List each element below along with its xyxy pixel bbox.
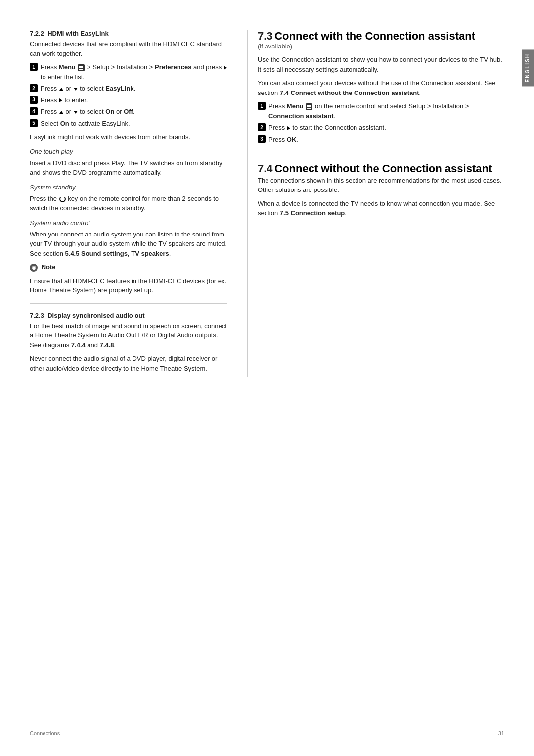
divider-1 [30, 303, 227, 304]
right-column: 7.3 Connect with the Connection assistan… [247, 30, 504, 377]
note-icon: ◉ [30, 264, 38, 272]
section-723-text1: For the best match of image and sound in… [30, 321, 227, 350]
section-722-intro: Connected devices that are compliant wit… [30, 39, 227, 58]
section-73-para2: You can also connect your devices withou… [258, 78, 504, 97]
section-73-number: 7.3 [258, 30, 273, 42]
menu-label: Menu [59, 63, 76, 71]
step-list-722: 1 Press Menu > Setup > Installation > Pr… [30, 62, 227, 128]
power-icon [59, 196, 66, 202]
ok-label: OK [287, 136, 297, 143]
arrow-right-2-icon [59, 98, 62, 102]
one-touch-play: One touch play Insert a DVD disc and pre… [30, 148, 227, 178]
step-list-73: 1 Press Menu on the remote control and s… [258, 101, 504, 144]
english-tab: ENGLISH [522, 49, 534, 86]
step-3-content: Press to enter. [41, 95, 227, 105]
arrow-down-icon [74, 88, 78, 91]
step-3: 3 Press to enter. [30, 95, 227, 105]
arrow-up-icon [59, 88, 63, 91]
section-723: 7.2.3 Display synchronised audio out For… [30, 312, 227, 374]
connection-assistant-label: Connection assistant [268, 112, 333, 120]
step-4-content: Press or to select On or Off. [41, 107, 227, 117]
step-number-1: 1 [30, 63, 38, 71]
divider-2 [258, 154, 504, 154]
section-73-header: 7.3 Connect with the Connection assistan… [258, 30, 504, 43]
on-label-2: On [60, 120, 69, 127]
diagram-744: 7.4.4 [71, 341, 86, 349]
step-73-number-1: 1 [258, 102, 266, 110]
sound-settings-ref: 5.4.5 Sound settings, TV speakers [65, 250, 169, 257]
step-73-2-content: Press to start the Connection assistant. [268, 123, 504, 133]
note-text: Ensure that all HDMI-CEC features in the… [30, 276, 227, 295]
section-723-text2: Never connect the audio signal of a DVD … [30, 354, 227, 373]
system-audio-control: System audio control When you connect an… [30, 219, 227, 259]
step-2-content: Press or to select EasyLink. [41, 84, 227, 94]
one-touch-play-text: Insert a DVD disc and press Play. The TV… [30, 158, 227, 178]
section-75-ref: 7.5 Connection setup [280, 209, 345, 217]
footer: Connections 31 [30, 730, 504, 736]
system-standby: System standby Press the key on the remo… [30, 184, 227, 213]
arrow-right-73-icon [287, 126, 290, 130]
step-number-5: 5 [30, 119, 38, 127]
menu-icon-73 [306, 103, 312, 110]
arrow-up-2-icon [59, 111, 63, 114]
section-74-para2: When a device is connected the TV needs … [258, 199, 504, 218]
left-column: 7.2.2 HDMI with EasyLink Connected devic… [30, 30, 247, 377]
on-label: On [105, 108, 114, 115]
section-73-subtitle: (if available) [258, 43, 504, 50]
section-74-number: 7.4 [258, 162, 273, 175]
menu-icon [78, 64, 85, 71]
step-number-3: 3 [30, 96, 38, 104]
page-container: ENGLISH 7.2.2 HDMI with EasyLink Connect… [0, 0, 534, 756]
content-area: 7.2.2 HDMI with EasyLink Connected devic… [30, 30, 504, 377]
section-73: 7.3 Connect with the Connection assistan… [258, 30, 504, 144]
note-header: ◉ Note [30, 262, 227, 272]
step-73-3: 3 Press OK. [258, 135, 504, 144]
system-audio-label: System audio control [30, 219, 227, 227]
step-1: 1 Press Menu > Setup > Installation > Pr… [30, 62, 227, 82]
section-73-title: Connect with the Connection assistant [274, 30, 475, 42]
section-74-header: 7.4 Connect without the Connection assis… [258, 162, 504, 175]
step-2: 2 Press or to select EasyLink. [30, 84, 227, 94]
system-standby-text: Press the key on the remote control for … [30, 194, 227, 213]
step-5: 5 Select On to activate EasyLink. [30, 119, 227, 129]
menu-label-73: Menu [287, 102, 304, 110]
section-722-title: 7.2.2 HDMI with EasyLink [30, 30, 227, 37]
preferences-label: Preferences [155, 63, 191, 71]
section-723-title: 7.2.3 Display synchronised audio out [30, 312, 227, 319]
system-standby-label: System standby [30, 184, 227, 191]
step-73-1-content: Press Menu on the remote control and sel… [268, 101, 504, 121]
step-73-2: 2 Press to start the Connection assistan… [258, 123, 504, 133]
one-touch-play-label: One touch play [30, 148, 227, 155]
step-number-2: 2 [30, 84, 38, 92]
section-73-para1: Use the Connection assistant to show you… [258, 55, 504, 74]
step-73-number-2: 2 [258, 123, 266, 131]
note-section: ◉ Note Ensure that all HDMI-CEC features… [30, 262, 227, 295]
system-audio-text: When you connect an audio system you can… [30, 230, 227, 259]
easylink-label: EasyLink [105, 85, 134, 92]
step-4: 4 Press or to select On or Off. [30, 107, 227, 117]
arrow-right-icon [224, 66, 227, 70]
page-number: 31 [498, 730, 504, 736]
section-722: 7.2.2 HDMI with EasyLink Connected devic… [30, 30, 227, 295]
section-74-ref: 7.4 Connect without the Connection assis… [280, 89, 419, 96]
easylink-note: EasyLink might not work with devices fro… [30, 132, 227, 142]
note-label: Note [42, 263, 56, 271]
off-label: Off [124, 108, 133, 115]
step-5-content: Select On to activate EasyLink. [41, 119, 227, 129]
section-74: 7.4 Connect without the Connection assis… [258, 162, 504, 218]
section-74-para1: The connections shown in this section ar… [258, 176, 504, 195]
step-73-1: 1 Press Menu on the remote control and s… [258, 101, 504, 121]
arrow-down-2-icon [74, 111, 78, 114]
footer-left: Connections [30, 730, 60, 736]
diagram-748: 7.4.8 [100, 341, 114, 349]
step-number-4: 4 [30, 107, 38, 115]
section-74-title: Connect without the Connection assistant [274, 162, 492, 175]
step-73-number-3: 3 [258, 135, 266, 143]
step-1-content: Press Menu > Setup > Installation > Pref… [41, 62, 227, 82]
step-73-3-content: Press OK. [268, 135, 504, 144]
